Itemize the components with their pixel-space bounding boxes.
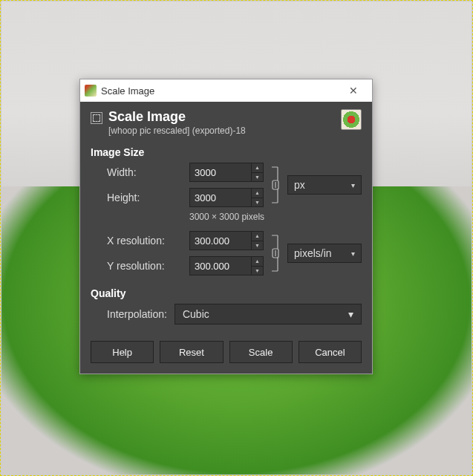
close-icon: ✕ [349, 85, 358, 97]
chevron-down-icon[interactable]: ▼ [252, 198, 263, 207]
height-label: Height: [107, 192, 185, 203]
help-button[interactable]: Help [91, 341, 154, 363]
chevron-down-icon[interactable]: ▼ [252, 267, 263, 276]
interpolation-label: Interpolation: [107, 308, 167, 320]
chevron-down-icon: ▾ [351, 181, 355, 189]
chevron-down-icon: ▾ [348, 308, 353, 320]
dialog-title: Scale Image [108, 109, 335, 125]
res-unit-select[interactable]: pixels/in ▾ [287, 244, 362, 263]
scale-icon [91, 112, 102, 124]
button-row: Help Reset Scale Cancel [91, 341, 362, 363]
res-link-chain[interactable] [268, 232, 283, 274]
size-unit-value: px [294, 179, 305, 191]
chain-icon [269, 164, 282, 206]
xres-input[interactable]: ▲ ▼ [189, 231, 264, 250]
yres-stepper[interactable]: ▲ ▼ [251, 257, 263, 275]
yres-label: Y resolution: [107, 260, 185, 272]
width-field[interactable] [190, 163, 251, 181]
xres-stepper[interactable]: ▲ ▼ [251, 232, 263, 250]
window-title: Scale Image [101, 85, 333, 97]
image-size-grid: Width: ▲ ▼ px ▾ [107, 163, 362, 276]
chain-icon [269, 232, 282, 274]
scale-button[interactable]: Scale [229, 341, 293, 363]
chevron-up-icon[interactable]: ▲ [252, 163, 263, 173]
cancel-button[interactable]: Cancel [299, 341, 362, 363]
image-thumbnail [341, 109, 362, 130]
image-canvas: Scale Image ✕ Scale Image [whoop pic res… [0, 0, 473, 476]
xres-field[interactable] [190, 232, 251, 250]
res-unit-value: pixels/in [294, 247, 332, 259]
chevron-down-icon: ▾ [351, 250, 355, 258]
chevron-down-icon[interactable]: ▼ [252, 241, 263, 250]
pixel-dimensions: 3000 × 3000 pixels [189, 212, 362, 222]
chevron-down-icon[interactable]: ▼ [252, 173, 263, 182]
chevron-up-icon[interactable]: ▲ [252, 189, 263, 198]
height-stepper[interactable]: ▲ ▼ [251, 189, 263, 206]
height-input[interactable]: ▲ ▼ [189, 188, 264, 207]
size-unit-select[interactable]: px ▾ [287, 175, 362, 195]
interpolation-select[interactable]: Cubic ▾ [174, 304, 362, 325]
image-size-label: Image Size [91, 146, 362, 158]
close-button[interactable]: ✕ [338, 80, 369, 101]
chevron-up-icon[interactable]: ▲ [252, 232, 263, 241]
interpolation-row: Interpolation: Cubic ▾ [107, 304, 362, 325]
width-input[interactable]: ▲ ▼ [189, 163, 264, 182]
reset-button[interactable]: Reset [160, 341, 223, 363]
dialog-subtitle: [whoop pic rescaled] (exported)-18 [108, 125, 335, 136]
app-icon [85, 85, 97, 97]
titlebar[interactable]: Scale Image ✕ [80, 79, 372, 102]
yres-field[interactable] [190, 257, 251, 275]
chevron-up-icon[interactable]: ▲ [252, 257, 263, 267]
width-stepper[interactable]: ▲ ▼ [251, 163, 263, 181]
quality-label: Quality [91, 287, 362, 299]
scale-image-dialog: Scale Image ✕ Scale Image [whoop pic res… [79, 79, 373, 374]
interpolation-value: Cubic [183, 308, 209, 320]
yres-input[interactable]: ▲ ▼ [189, 256, 264, 276]
width-label: Width: [107, 166, 185, 178]
size-link-chain[interactable] [268, 164, 283, 206]
dialog-header: Scale Image [whoop pic rescaled] (export… [91, 109, 362, 136]
xres-label: X resolution: [107, 235, 185, 247]
dialog-body: Scale Image [whoop pic rescaled] (export… [80, 102, 372, 374]
height-field[interactable] [190, 189, 251, 206]
